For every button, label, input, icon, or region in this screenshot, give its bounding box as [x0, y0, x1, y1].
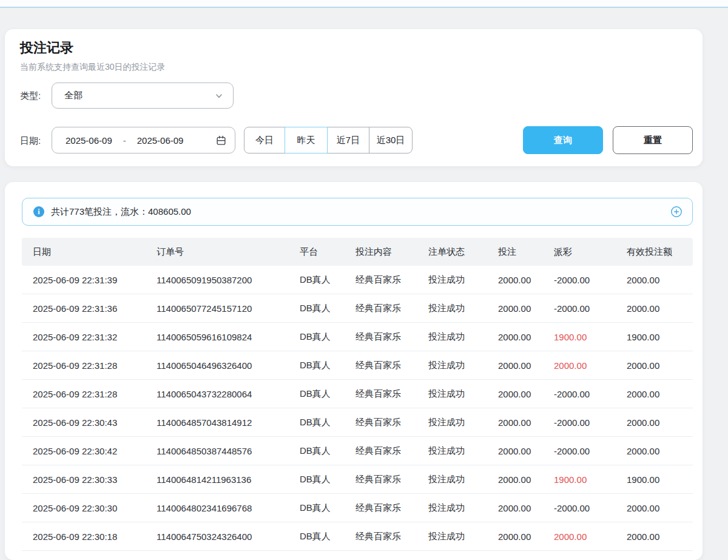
cell-content: 经典百家乐: [356, 360, 428, 371]
table-row: 2025-06-09 22:31:32 1140065059616109824 …: [22, 323, 693, 351]
cell-platform: DB真人: [300, 417, 356, 428]
cell-valid-bet: 2000.00: [627, 303, 693, 314]
cell-bet: 2000.00: [498, 303, 554, 314]
cell-valid-bet: 1900.00: [627, 474, 693, 485]
cell-valid-bet: 2000.00: [627, 360, 693, 371]
cell-date: 2025-06-09 22:31:28: [33, 389, 157, 399]
cell-order: 1140065077245157120: [157, 303, 300, 314]
top-strip: [0, 0, 728, 7]
quick-range-yesterday[interactable]: 昨天: [285, 127, 328, 153]
cell-content: 经典百家乐: [356, 331, 428, 343]
cell-payout: 2000.00: [554, 531, 627, 542]
cell-date: 2025-06-09 22:31:36: [33, 303, 157, 314]
cell-date: 2025-06-09 22:31:32: [33, 332, 157, 342]
cell-content: 经典百家乐: [356, 474, 428, 485]
cell-date: 2025-06-09 22:31:28: [33, 360, 157, 371]
header-date: 日期: [33, 246, 157, 258]
quick-range-today[interactable]: 今日: [244, 127, 285, 153]
cell-valid-bet: 2000.00: [627, 503, 693, 513]
date-separator: -: [123, 135, 126, 146]
cell-bet: 2000.00: [498, 531, 554, 542]
cell-content: 经典百家乐: [356, 303, 428, 314]
plus-circle-icon[interactable]: [670, 206, 682, 218]
cell-order: 1140064814211963136: [157, 474, 300, 485]
results-card: i 共计773笔投注，流水：408605.00 日期 订单号 平台 投注内容 注…: [5, 182, 703, 560]
table-row: 2025-06-09 22:30:18 1140064750324326400 …: [22, 522, 693, 551]
cell-order: 1140064857043814912: [157, 417, 300, 428]
cell-payout: -2000.00: [554, 446, 627, 456]
type-select-value: 全部: [64, 90, 83, 101]
cell-payout: -2000.00: [554, 417, 627, 428]
page-subtitle: 当前系统支持查询最近30日的投注记录: [20, 62, 166, 73]
quick-range-30days[interactable]: 近30日: [369, 127, 413, 153]
cell-status: 投注成功: [428, 445, 498, 457]
cell-order: 1140064750324326400: [157, 531, 300, 542]
cell-order: 1140065043732280064: [157, 389, 300, 399]
cell-platform: DB真人: [300, 502, 356, 514]
cell-date: 2025-06-09 22:30:30: [33, 503, 157, 513]
cell-order: 1140065059616109824: [157, 332, 300, 342]
header-bet: 投注: [498, 246, 554, 258]
cell-bet: 2000.00: [498, 389, 554, 399]
table-row: 2025-06-09 22:31:28 1140065046496326400 …: [22, 351, 693, 380]
chevron-down-icon: [215, 92, 223, 100]
cell-payout: -2000.00: [554, 389, 627, 399]
table-row: 2025-06-09 22:31:36 1140065077245157120 …: [22, 294, 693, 323]
cell-order: 1140064850387448576: [157, 446, 300, 456]
cell-payout: 1900.00: [554, 474, 627, 485]
cell-status: 投注成功: [428, 360, 498, 371]
cell-content: 经典百家乐: [356, 502, 428, 514]
cell-date: 2025-06-09 22:31:39: [33, 275, 157, 285]
table-header-row: 日期 订单号 平台 投注内容 注单状态 投注 派彩 有效投注额: [22, 238, 693, 266]
cell-content: 经典百家乐: [356, 388, 428, 400]
query-button[interactable]: 查询: [523, 126, 603, 154]
calendar-icon: [216, 135, 226, 146]
cell-valid-bet: 2000.00: [627, 389, 693, 399]
cell-date: 2025-06-09 22:30:18: [33, 531, 157, 542]
cell-bet: 2000.00: [498, 417, 554, 428]
quick-range-7days[interactable]: 近7日: [327, 127, 369, 153]
cell-payout: -2000.00: [554, 275, 627, 285]
filter-card: 投注记录 当前系统支持查询最近30日的投注记录 类型: 全部 日期: 2025-…: [5, 29, 703, 166]
cell-payout: 1900.00: [554, 332, 627, 342]
cell-platform: DB真人: [300, 331, 356, 343]
cell-status: 投注成功: [428, 531, 498, 542]
cell-order: 1140064802341696768: [157, 503, 300, 513]
cell-platform: DB真人: [300, 274, 356, 286]
table-body: 2025-06-09 22:31:39 1140065091950387200 …: [22, 266, 693, 551]
type-label: 类型:: [20, 90, 41, 102]
cell-payout: -2000.00: [554, 303, 627, 314]
table-row: 2025-06-09 22:30:30 1140064802341696768 …: [22, 494, 693, 522]
cell-payout: -2000.00: [554, 503, 627, 513]
cell-content: 经典百家乐: [356, 445, 428, 457]
table-row: 2025-06-09 22:31:28 1140065043732280064 …: [22, 380, 693, 408]
date-end-value: 2025-06-09: [137, 135, 184, 146]
date-label: 日期:: [20, 135, 41, 147]
cell-status: 投注成功: [428, 388, 498, 400]
header-status: 注单状态: [428, 246, 498, 258]
cell-date: 2025-06-09 22:30:42: [33, 446, 157, 456]
date-range-input[interactable]: 2025-06-09 - 2025-06-09: [52, 127, 235, 153]
cell-content: 经典百家乐: [356, 274, 428, 286]
table-row: 2025-06-09 22:30:42 1140064850387448576 …: [22, 437, 693, 465]
type-select[interactable]: 全部: [52, 83, 234, 109]
reset-button[interactable]: 重置: [613, 126, 693, 154]
cell-content: 经典百家乐: [356, 531, 428, 542]
table-row: 2025-06-09 22:30:33 1140064814211963136 …: [22, 465, 693, 494]
cell-status: 投注成功: [428, 331, 498, 343]
cell-status: 投注成功: [428, 303, 498, 314]
page-title: 投注记录: [20, 39, 73, 57]
cell-platform: DB真人: [300, 474, 356, 485]
summary-bar: i 共计773笔投注，流水：408605.00: [22, 198, 693, 226]
cell-bet: 2000.00: [498, 474, 554, 485]
cell-platform: DB真人: [300, 360, 356, 371]
header-content: 投注内容: [356, 246, 428, 258]
cell-bet: 2000.00: [498, 332, 554, 342]
cell-valid-bet: 2000.00: [627, 417, 693, 428]
cell-date: 2025-06-09 22:30:43: [33, 417, 157, 428]
cell-date: 2025-06-09 22:30:33: [33, 474, 157, 485]
cell-platform: DB真人: [300, 303, 356, 314]
cell-payout: 2000.00: [554, 360, 627, 371]
cell-status: 投注成功: [428, 417, 498, 428]
cell-platform: DB真人: [300, 388, 356, 400]
